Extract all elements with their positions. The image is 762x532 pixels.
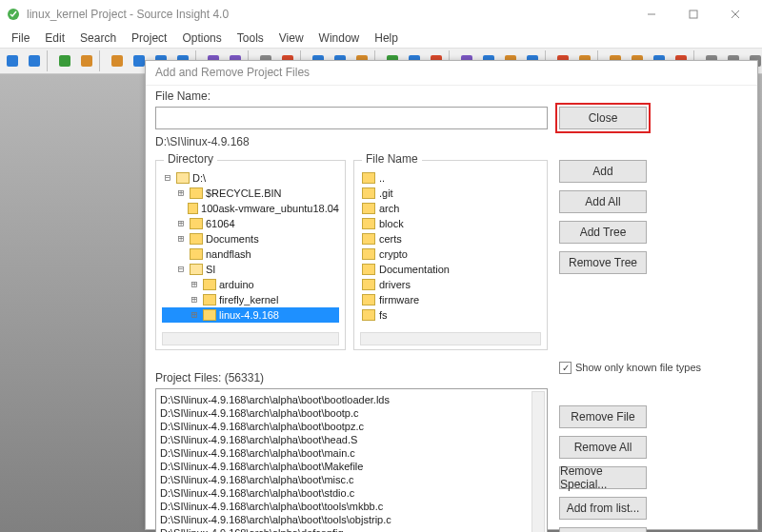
- tree-item[interactable]: nandflash: [162, 246, 339, 262]
- project-file-row[interactable]: D:\SI\linux-4.9.168\arch\alpha\boot\stdi…: [160, 486, 531, 500]
- show-only-known-label: Show only known file types: [575, 362, 701, 373]
- svg-rect-5: [7, 55, 18, 67]
- svg-rect-2: [690, 10, 697, 18]
- tree-item-label: arduino: [219, 277, 254, 292]
- project-files-scrollbar[interactable]: [531, 391, 545, 532]
- tree-item[interactable]: ⊞Documents: [162, 231, 339, 246]
- maximize-button[interactable]: [672, 1, 714, 28]
- tree-item[interactable]: ⊞linux-4.9.168: [162, 307, 339, 323]
- project-file-row[interactable]: D:\SI\linux-4.9.168\arch\alpha\boot\main…: [160, 446, 531, 460]
- tree-item[interactable]: ⊟D:\: [162, 170, 339, 186]
- toolbar-icon: [27, 53, 42, 69]
- tree-item-label: D:\: [192, 170, 206, 186]
- project-files-list: D:\SI\linux-4.9.168\arch\alpha\boot\boot…: [160, 393, 531, 532]
- menu-edit[interactable]: Edit: [37, 30, 72, 47]
- menu-view[interactable]: View: [271, 30, 311, 47]
- file-item[interactable]: certs: [360, 231, 541, 246]
- toolbar-icon: [5, 53, 20, 69]
- file-item-label: fs: [379, 307, 388, 323]
- project-files-listbox[interactable]: D:\SI\linux-4.9.168\arch\alpha\boot\boot…: [155, 388, 548, 532]
- app-icon: [6, 7, 21, 22]
- svg-rect-9: [111, 55, 123, 67]
- project-file-row[interactable]: D:\SI\linux-4.9.168\arch\alpha\boot\tool…: [160, 513, 531, 526]
- folder-icon: [362, 218, 375, 229]
- add-from-list-button[interactable]: Add from list...: [559, 497, 647, 520]
- folder-icon: [190, 264, 203, 275]
- file-item[interactable]: firmware: [360, 292, 541, 307]
- directory-tree[interactable]: ⊟D:\⊞$RECYCLE.BIN 100ask-vmware_ubuntu18…: [162, 170, 339, 328]
- file-list[interactable]: ...gitarchblockcertscryptoDocumentationd…: [360, 170, 541, 328]
- project-file-row[interactable]: D:\SI\linux-4.9.168\arch\alpha\boot\tool…: [160, 500, 531, 513]
- menu-file[interactable]: File: [4, 30, 37, 47]
- menu-search[interactable]: Search: [72, 30, 124, 47]
- file-name-input[interactable]: [155, 107, 548, 129]
- folder-icon: [362, 264, 375, 275]
- project-file-row[interactable]: D:\SI\linux-4.9.168\arch\alpha\boot\Make…: [160, 460, 531, 473]
- toolbar-separator: [47, 50, 52, 71]
- expand-icon: ⊞: [189, 307, 200, 323]
- file-item[interactable]: arch: [360, 201, 541, 216]
- menu-window[interactable]: Window: [311, 30, 368, 47]
- minimize-button[interactable]: [631, 1, 672, 28]
- folder-icon: [203, 309, 216, 321]
- file-item[interactable]: drivers: [360, 277, 541, 292]
- remove-special-button[interactable]: Remove Special...: [559, 466, 647, 489]
- menu-project[interactable]: Project: [124, 30, 174, 47]
- tree-item[interactable]: ⊞$RECYCLE.BIN: [162, 186, 339, 201]
- tree-item-label: firefly_kernel: [219, 292, 278, 307]
- tree-item[interactable]: ⊟SI: [162, 262, 339, 277]
- add-all-button[interactable]: Add All: [559, 190, 647, 213]
- folder-icon: [362, 248, 375, 260]
- project-file-row[interactable]: D:\SI\linux-4.9.168\arch\alpha\defconfig: [160, 526, 531, 532]
- add-button[interactable]: Add: [559, 160, 647, 183]
- toolbar-button-2[interactable]: [54, 50, 75, 71]
- project-file-row[interactable]: D:\SI\linux-4.9.168\arch\alpha\boot\boot…: [160, 393, 531, 406]
- file-scrollbar[interactable]: [360, 332, 541, 345]
- remove-all-button[interactable]: Remove All: [559, 436, 647, 459]
- file-item[interactable]: .git: [360, 186, 541, 201]
- remove-file-button[interactable]: Remove File: [559, 405, 647, 428]
- menu-help[interactable]: Help: [367, 30, 406, 47]
- file-item[interactable]: crypto: [360, 246, 541, 262]
- help-button[interactable]: Help: [559, 527, 647, 532]
- add-tree-button[interactable]: Add Tree: [559, 221, 647, 244]
- folder-icon: [362, 294, 375, 305]
- tree-item[interactable]: ⊞61064: [162, 216, 339, 231]
- file-groupbox: File Name ...gitarchblockcertscryptoDocu…: [353, 160, 548, 350]
- tree-item-label: 61064: [206, 216, 235, 231]
- file-item[interactable]: ..: [360, 170, 541, 186]
- tree-item[interactable]: ⊞arduino: [162, 277, 339, 292]
- close-window-button[interactable]: [714, 1, 756, 28]
- folder-icon: [203, 294, 216, 305]
- project-files-label: Project Files: (56331): [155, 371, 264, 384]
- current-path: D:\SI\linux-4.9.168: [155, 135, 250, 148]
- project-file-row[interactable]: D:\SI\linux-4.9.168\arch\alpha\boot\head…: [160, 433, 531, 446]
- svg-rect-6: [29, 55, 40, 67]
- remove-tree-button[interactable]: Remove Tree: [559, 251, 647, 274]
- folder-icon: [190, 187, 203, 199]
- directory-scrollbar[interactable]: [162, 332, 339, 345]
- menu-bar: FileEditSearchProjectOptionsToolsViewWin…: [0, 29, 762, 48]
- project-file-row[interactable]: D:\SI\linux-4.9.168\arch\alpha\boot\boot…: [160, 406, 531, 420]
- toolbar-button-0[interactable]: [2, 50, 23, 71]
- toolbar-button-3[interactable]: [76, 50, 97, 71]
- folder-icon: [362, 233, 375, 245]
- menu-options[interactable]: Options: [174, 30, 229, 47]
- svg-rect-8: [81, 55, 92, 67]
- close-button[interactable]: Close: [559, 107, 647, 129]
- file-item-label: arch: [379, 201, 399, 216]
- toolbar-button-4[interactable]: [107, 50, 128, 71]
- toolbar-button-1[interactable]: [24, 50, 45, 71]
- menu-tools[interactable]: Tools: [230, 30, 271, 47]
- project-file-row[interactable]: D:\SI\linux-4.9.168\arch\alpha\boot\boot…: [160, 420, 531, 433]
- window-title: linux_kernel Project - Source Insight 4.…: [27, 8, 229, 21]
- project-file-row[interactable]: D:\SI\linux-4.9.168\arch\alpha\boot\misc…: [160, 473, 531, 486]
- file-item[interactable]: fs: [360, 307, 541, 323]
- dialog-title: Add and Remove Project Files: [146, 61, 757, 86]
- collapse-icon: ⊟: [162, 170, 173, 186]
- tree-item[interactable]: ⊞firefly_kernel: [162, 292, 339, 307]
- file-item[interactable]: Documentation: [360, 262, 541, 277]
- show-only-known-checkbox[interactable]: ✓ Show only known file types: [559, 362, 750, 374]
- file-item[interactable]: block: [360, 216, 541, 231]
- tree-item[interactable]: 100ask-vmware_ubuntu18.04: [162, 201, 339, 216]
